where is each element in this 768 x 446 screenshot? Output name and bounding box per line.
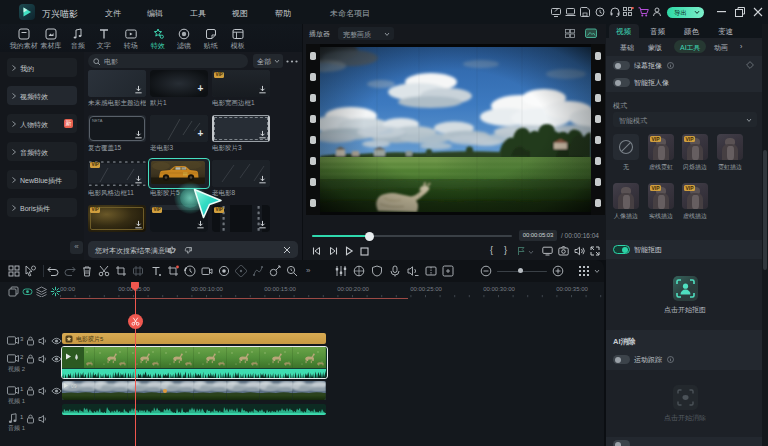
svg-text:09: 09: [71, 383, 77, 389]
